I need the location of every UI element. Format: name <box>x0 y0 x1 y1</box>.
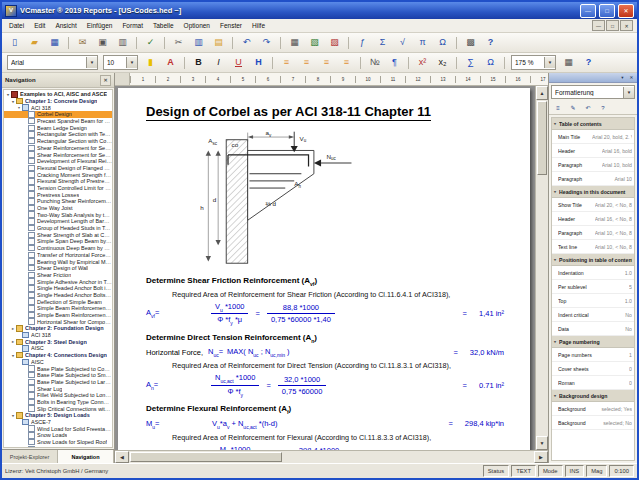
new-document-icon[interactable]: ▯ <box>5 34 24 52</box>
tree-item[interactable]: ▸ Chapter 2: Foundation Design <box>4 325 112 332</box>
tree-item[interactable]: ▾ ACI 318 <box>4 104 112 111</box>
tree-item[interactable]: Flexural Strength of Prestressed Member <box>4 178 112 185</box>
tree-item[interactable]: Continuous Deep Beam by Strut-and-Tie <box>4 245 112 252</box>
tree-item[interactable]: Shear Friction <box>4 272 112 279</box>
property-row[interactable]: ▾ Page numbering <box>552 336 634 348</box>
formula-icon[interactable]: ƒ <box>353 34 372 52</box>
tree-item[interactable]: Slip Critical Connections with Short-Slo… <box>4 405 112 412</box>
help-icon[interactable]: ? <box>579 54 598 72</box>
property-row[interactable]: ▾ Background design <box>552 390 634 402</box>
separator[interactable] <box>345 34 352 52</box>
tree-item[interactable]: Snow Loads for Sloped Roof <box>4 439 112 446</box>
align-right-icon[interactable]: ≡ <box>317 54 336 72</box>
help-icon[interactable]: ? <box>481 34 500 52</box>
tree-item[interactable]: ▾ Examples to ACI, AISC and ASCE <box>4 91 112 98</box>
font-color-icon[interactable]: A <box>161 54 180 72</box>
undo-icon[interactable]: ↶ <box>237 34 256 52</box>
help-icon[interactable]: ? <box>596 101 610 114</box>
menu-item[interactable]: Tabelle <box>148 19 179 32</box>
search-icon[interactable]: ≡ <box>551 101 565 114</box>
edit-icon[interactable]: ✎ <box>566 101 580 114</box>
tree-item[interactable]: Cracking Moment Strength for Prestresse <box>4 171 112 178</box>
property-row[interactable]: Per sublevel 5 <box>552 280 634 294</box>
table-icon[interactable]: ▦ <box>285 34 304 52</box>
superscript-icon[interactable]: x² <box>413 54 432 72</box>
menu-item[interactable]: Ansicht <box>50 19 81 32</box>
title-bar[interactable]: V VCmaster ® 2019 Reports - [US-Codes.he… <box>2 2 637 19</box>
tree-item[interactable]: Fillet Weld Subjected to Longitudinal Sh… <box>4 392 112 399</box>
open-icon[interactable]: ▰ <box>25 34 44 52</box>
zoom-select[interactable]: 175 % ▼ <box>511 55 556 70</box>
property-row[interactable]: Indentation 1.0 <box>552 266 634 280</box>
copy-icon[interactable]: ▥ <box>189 34 208 52</box>
tree-item[interactable]: Punching Shear Reinforcement on Slab <box>4 198 112 205</box>
menu-item[interactable]: Format <box>117 19 148 32</box>
tree-item[interactable]: Shear Reinforcement for Section Subject … <box>4 151 112 158</box>
bold-icon[interactable]: B <box>189 54 208 72</box>
document-page[interactable]: Design of Corbel as per ACI 318-11 Chapt… <box>118 88 530 450</box>
scroll-right-icon[interactable]: ▶ <box>534 451 548 463</box>
tree-item[interactable]: ASCE-7 <box>4 419 112 426</box>
tree-item[interactable]: Development Length of Bars in Tension <box>4 218 112 225</box>
cut-icon[interactable]: ✂ <box>169 34 188 52</box>
tree-item[interactable]: Transfer of Horizontal Force at Base of … <box>4 252 112 259</box>
tree-item[interactable]: Snow Loads <box>4 432 112 439</box>
tree-item[interactable]: Bolts in Bearing Type Connection Subject <box>4 399 112 406</box>
tree-item[interactable]: ▾ Chapter 5: Design Loads <box>4 412 112 419</box>
tree-item[interactable]: Deflection of Simple Beam <box>4 298 112 305</box>
property-row[interactable]: Data No <box>552 322 634 336</box>
align-center-icon[interactable]: ≡ <box>297 54 316 72</box>
menu-item[interactable]: Einfügen <box>82 19 118 32</box>
mdi-close-button[interactable]: ✕ <box>620 20 633 31</box>
align-left-icon[interactable]: ≡ <box>277 54 296 72</box>
separator[interactable] <box>133 34 140 52</box>
separator[interactable] <box>453 34 460 52</box>
tree-item[interactable]: Development of Flexural Reinforcement <box>4 158 112 165</box>
navigator-tree[interactable]: ▾ Examples to ACI, AISC and ASCE ▾ Chapt… <box>3 89 113 448</box>
menu-item[interactable]: Optionen <box>179 19 215 32</box>
font-select[interactable]: Arial ▼ <box>7 55 98 70</box>
separator[interactable] <box>65 34 72 52</box>
tree-item[interactable]: ACI 318 <box>4 332 112 339</box>
separator[interactable] <box>161 34 168 52</box>
omega-icon[interactable]: Ω <box>433 34 452 52</box>
image-icon[interactable]: ▧ <box>305 34 324 52</box>
property-row[interactable]: Text line Arial 10, < No, 8 <box>552 240 634 254</box>
tree-item[interactable]: Rectangular Section with Compression Re <box>4 138 112 145</box>
chart-icon[interactable]: ▨ <box>325 34 344 52</box>
tree-item[interactable]: Shear Strength of Slab at Column Support <box>4 231 112 238</box>
property-row[interactable]: Paragraph Arial 10, bold <box>552 158 634 172</box>
tree-item[interactable]: Prestress Losses <box>4 191 112 198</box>
tree-item[interactable]: ▾ Chapter 1: Concrete Design <box>4 98 112 105</box>
separator[interactable] <box>181 54 188 72</box>
tree-item[interactable]: Beam Ledge Design <box>4 124 112 131</box>
menu-item[interactable]: Edit <box>29 19 50 32</box>
property-row[interactable]: Paragraph Arial 10 <box>552 172 634 186</box>
separator[interactable] <box>269 54 276 72</box>
tree-item[interactable]: Horizontal Shear for Composite Slab and <box>4 318 112 325</box>
italic-icon[interactable]: I <box>209 54 228 72</box>
tree-item[interactable]: One Way Joist <box>4 205 112 212</box>
close-icon[interactable]: ✕ <box>628 75 635 80</box>
tree-item[interactable]: ▾ Chapter 4: Connections Design <box>4 352 112 359</box>
menu-item[interactable]: Datei <box>4 19 29 32</box>
property-row[interactable]: Paragraph Arial 10, < No, 8 <box>552 226 634 240</box>
mdi-minimize-button[interactable]: — <box>592 20 605 31</box>
tree-item[interactable]: Rectangular Section with Tension Reinfor… <box>4 131 112 138</box>
print-icon[interactable]: ▣ <box>93 34 112 52</box>
property-row[interactable]: Top 1.0 <box>552 294 634 308</box>
spellcheck-icon[interactable]: ✓ <box>141 34 160 52</box>
scroll-up-icon[interactable]: ▲ <box>536 86 548 100</box>
align-justify-icon[interactable]: ≡ <box>337 54 356 72</box>
underline-icon[interactable]: U <box>229 54 248 72</box>
separator[interactable] <box>277 34 284 52</box>
separator[interactable] <box>501 54 508 72</box>
vertical-scroll-thumb[interactable] <box>537 101 547 175</box>
minimize-button[interactable]: — <box>580 4 596 18</box>
redo-icon[interactable]: ↷ <box>257 34 276 52</box>
tree-item[interactable]: Precast Spandrel Beam for Combined Shear <box>4 118 112 125</box>
sqrt-icon[interactable]: √ <box>393 34 412 52</box>
mdi-restore-button[interactable]: □ <box>606 20 619 31</box>
separator[interactable] <box>229 34 236 52</box>
separator[interactable] <box>405 54 412 72</box>
